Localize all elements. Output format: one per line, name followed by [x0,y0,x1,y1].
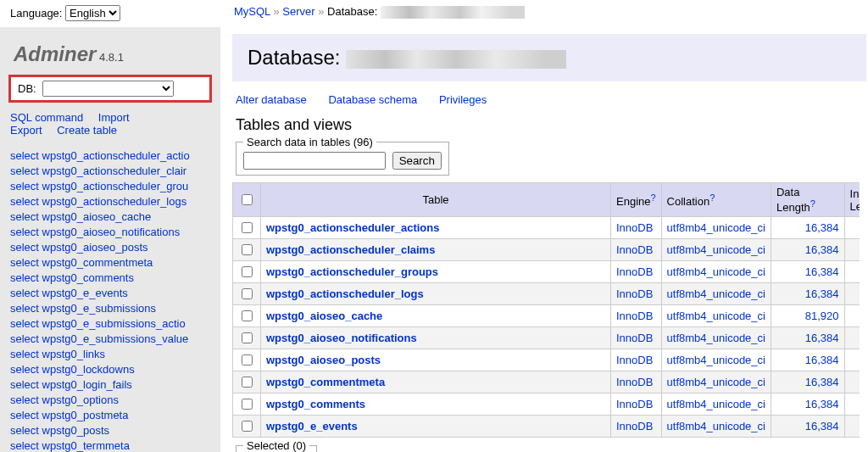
table-name-link[interactable]: wpstg0_commentmeta [266,376,385,388]
col-table[interactable]: Table [261,183,611,217]
sidebar-select-link[interactable]: select wpstg0_actionscheduler_grou [10,179,220,194]
row-engine[interactable]: InnoDB [611,349,662,371]
row-collation[interactable]: utf8mb4_unicode_ci [661,239,771,261]
search-legend: Search data in tables (96) [243,136,376,148]
row-engine[interactable]: InnoDB [611,239,662,261]
table-name-link[interactable]: wpstg0_aioseo_notifications [266,332,417,344]
table-row: wpstg0_actionscheduler_groupsInnoDButf8m… [233,261,860,283]
row-data-length[interactable]: 16,384 [805,221,839,234]
row-data-length[interactable]: 16,384 [805,265,839,278]
sql-command-link[interactable]: SQL command [10,111,83,124]
alter-database-link[interactable]: Alter database [236,93,307,106]
row-collation[interactable]: utf8mb4_unicode_ci [661,261,771,283]
row-data-length[interactable]: 16,384 [805,354,839,366]
database-schema-link[interactable]: Database schema [328,93,417,106]
col-collation[interactable]: Collation? [661,183,771,217]
row-engine[interactable]: InnoDB [611,283,662,305]
sidebar-select-link[interactable]: select wpstg0_aioseo_notifications [10,225,220,240]
database-heading: Database: [232,34,866,81]
selected-legend: Selected (0) [243,439,309,452]
import-link[interactable]: Import [98,111,130,124]
row-engine[interactable]: InnoDB [611,416,662,438]
create-table-link[interactable]: Create table [57,124,117,137]
table-name-link[interactable]: wpstg0_aioseo_posts [266,354,381,366]
row-checkbox[interactable] [242,421,253,432]
db-selector-label: DB: [18,82,36,95]
row-collation[interactable]: utf8mb4_unicode_ci [661,283,771,305]
row-data-length[interactable]: 81,920 [805,310,839,322]
row-data-length[interactable]: 16,384 [805,243,839,256]
row-checkbox[interactable] [242,310,253,321]
sidebar-select-link[interactable]: select wpstg0_posts [10,423,220,438]
row-collation[interactable]: utf8mb4_unicode_ci [661,349,771,371]
sidebar-select-link[interactable]: select wpstg0_actionscheduler_logs [10,194,220,209]
row-checkbox[interactable] [242,288,253,299]
export-link[interactable]: Export [10,124,42,137]
table-row: wpstg0_aioseo_notificationsInnoDButf8mb4… [233,327,860,349]
sidebar-select-link[interactable]: select wpstg0_aioseo_posts [10,240,220,255]
row-engine[interactable]: InnoDB [611,261,662,283]
col-checkbox [233,183,261,217]
table-name-link[interactable]: wpstg0_actionscheduler_groups [266,265,438,278]
sidebar-select-link[interactable]: select wpstg0_login_fails [10,377,220,393]
row-collation[interactable]: utf8mb4_unicode_ci [661,305,771,327]
sidebar-select-link[interactable]: select wpstg0_actionscheduler_clair [10,164,220,179]
row-data-length[interactable]: 16,384 [805,376,839,388]
privileges-link[interactable]: Privileges [439,93,487,106]
sidebar-select-link[interactable]: select wpstg0_comments [10,271,220,286]
row-collation[interactable]: utf8mb4_unicode_ci [661,217,771,239]
search-input[interactable] [243,152,386,170]
sidebar-select-link[interactable]: select wpstg0_e_submissions_value [10,332,220,347]
sidebar-select-link[interactable]: select wpstg0_e_submissions_actio [10,316,220,332]
sidebar-select-link[interactable]: select wpstg0_e_events [10,286,220,301]
language-select[interactable]: English [65,5,120,21]
row-collation[interactable]: utf8mb4_unicode_ci [661,416,771,438]
row-checkbox[interactable] [242,266,253,277]
sidebar-select-link[interactable]: select wpstg0_links [10,347,220,362]
table-name-link[interactable]: wpstg0_e_events [266,420,358,432]
sidebar-select-link[interactable]: select wpstg0_options [10,393,220,408]
row-engine[interactable]: InnoDB [611,371,662,393]
table-name-link[interactable]: wpstg0_actionscheduler_actions [266,221,439,234]
row-checkbox[interactable] [242,377,253,388]
search-button[interactable] [392,152,442,170]
col-data-length[interactable]: Data Length? [771,183,844,217]
row-data-length[interactable]: 16,384 [805,398,839,410]
table-name-link[interactable]: wpstg0_comments [266,398,365,410]
breadcrumb-mysql[interactable]: MySQL [234,5,270,18]
table-name-link[interactable]: wpstg0_actionscheduler_claims [266,243,435,256]
select-all-checkbox[interactable] [242,194,253,205]
table-row: wpstg0_aioseo_postsInnoDButf8mb4_unicode… [233,349,860,371]
breadcrumb-server[interactable]: Server [282,5,314,18]
row-engine[interactable]: InnoDB [611,305,662,327]
db-selector[interactable] [42,81,174,97]
row-data-length[interactable]: 16,384 [805,332,839,344]
row-checkbox[interactable] [242,222,253,233]
row-checkbox[interactable] [242,354,253,366]
sidebar-select-link[interactable]: select wpstg0_lockdowns [10,362,220,377]
row-collation[interactable]: utf8mb4_unicode_ci [661,371,771,393]
table-name-link[interactable]: wpstg0_actionscheduler_logs [266,287,424,300]
sidebar-select-link[interactable]: select wpstg0_aioseo_cache [10,209,220,225]
row-checkbox[interactable] [242,399,253,410]
row-collation[interactable]: utf8mb4_unicode_ci [661,327,771,349]
row-checkbox[interactable] [242,332,253,343]
row-engine[interactable]: InnoDB [611,217,662,239]
sidebar-select-link[interactable]: select wpstg0_e_submissions [10,301,220,316]
sidebar-select-link[interactable]: select wpstg0_postmeta [10,408,220,423]
sidebar-select-link[interactable]: select wpstg0_actionscheduler_actio [10,148,220,164]
sidebar-select-link[interactable]: select wpstg0_termmeta [10,438,220,452]
table-name-link[interactable]: wpstg0_aioseo_cache [266,310,382,322]
col-engine[interactable]: Engine? [611,183,662,217]
row-engine[interactable]: InnoDB [611,327,662,349]
sidebar-select-link[interactable]: select wpstg0_commentmeta [10,255,220,271]
col-index-length[interactable]: InLe [844,183,860,217]
row-data-length[interactable]: 16,384 [805,420,839,432]
table-row: wpstg0_commentmetaInnoDButf8mb4_unicode_… [233,371,860,393]
row-data-length[interactable]: 16,384 [805,287,839,300]
row-checkbox[interactable] [242,244,253,255]
database-heading-name [346,50,566,69]
row-collation[interactable]: utf8mb4_unicode_ci [661,393,771,416]
row-engine[interactable]: InnoDB [611,393,662,416]
selected-fieldset: Selected (0) [236,439,317,452]
